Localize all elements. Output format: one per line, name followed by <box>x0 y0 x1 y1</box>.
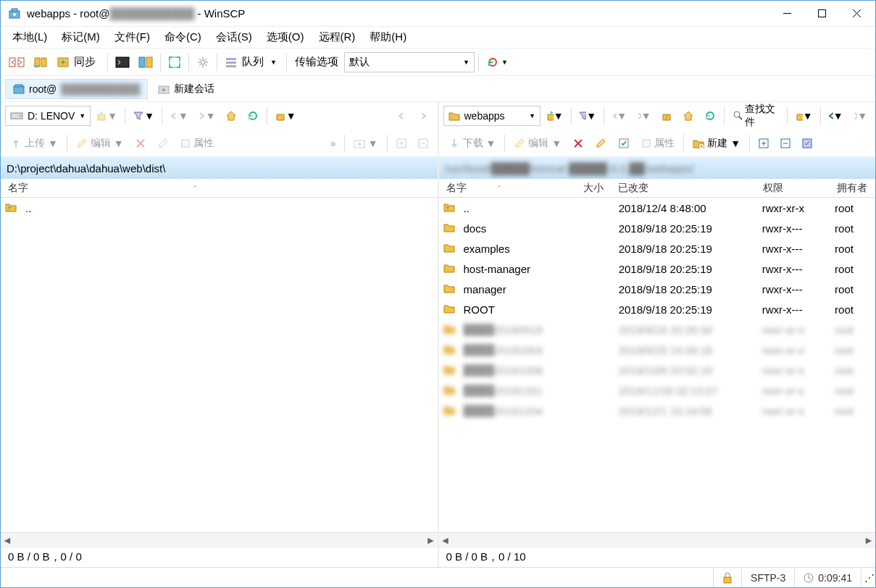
minimize-button[interactable] <box>769 1 804 26</box>
reconnect-icon[interactable]: ▼ <box>483 52 514 72</box>
menu-remote[interactable]: 远程(R) <box>312 28 363 47</box>
local-parent-icon[interactable]: ▼ <box>92 106 121 126</box>
terminal-icon[interactable] <box>112 52 133 72</box>
remote-nav-toolbar: webapps ▼ ▼ ▼ ▼ ▼ / 查找文件 ▼ ▼ ▼ <box>439 102 876 130</box>
queue-button[interactable]: 队列 ▼ <box>221 52 283 72</box>
file-row[interactable]: manager2018/9/18 20:25:19rwxr-x---root <box>439 279 876 299</box>
svg-rect-7 <box>9 58 15 67</box>
remote-file-list[interactable]: ..2018/12/4 8:48:00rwxr-xr-xrootdocs2018… <box>439 198 876 532</box>
local-bookmarks-icon[interactable]: ▼ <box>271 106 300 126</box>
remote-header-size[interactable]: 大小 <box>572 179 611 197</box>
sync-button[interactable]: 同步 <box>53 52 104 72</box>
local-file-list[interactable]: .. <box>1 198 438 532</box>
remote-header-owner[interactable]: 拥有者 <box>830 179 875 197</box>
transfer-preset-select[interactable]: 默认 ▼ <box>344 52 475 72</box>
remote-filter-icon[interactable]: ▼ <box>575 106 600 126</box>
local-delete-icon[interactable] <box>130 133 151 154</box>
file-row[interactable]: docs2018/9/18 20:25:19rwxr-x---root <box>439 218 876 238</box>
svg-rect-15 <box>226 62 236 64</box>
panes: D: LENOV ▼ ▼ ▼ ▼ ▼ ▼ 上传▼ <box>1 102 875 567</box>
remote-pane: webapps ▼ ▼ ▼ ▼ ▼ / 查找文件 ▼ ▼ ▼ <box>439 102 876 567</box>
local-edit-button[interactable]: 编辑▼ <box>71 133 129 154</box>
remote-expand-icon[interactable] <box>754 133 774 154</box>
remote-delete-icon[interactable] <box>568 133 588 154</box>
status-time: 0:09:41 <box>794 568 861 587</box>
menu-session[interactable]: 会话(S) <box>209 28 259 47</box>
local-home-icon[interactable] <box>221 106 241 126</box>
file-row[interactable]: ████201812042018/12/1 16:24:56rwxr-xr-xr… <box>439 400 876 421</box>
close-button[interactable] <box>839 1 874 26</box>
remote-header-rights[interactable]: 权限 <box>756 179 830 197</box>
file-row[interactable]: ████201812012018/11/28 02:13:07rwxr-xr-x… <box>439 380 876 400</box>
upload-button[interactable]: 上传▼ <box>5 133 63 154</box>
find-files-button[interactable]: 查找文件 <box>727 106 783 126</box>
local-file-area: 名字ˆ .. ◄► <box>1 179 438 547</box>
local-refresh-icon[interactable] <box>243 106 263 126</box>
remote-root-icon[interactable]: / <box>656 106 677 126</box>
svg-rect-8 <box>18 58 24 67</box>
local-back-icon[interactable]: ▼ <box>166 106 192 126</box>
remote-refresh-icon[interactable] <box>700 106 720 126</box>
svg-rect-11 <box>146 57 152 67</box>
transfer-options-label: 传输选项 <box>291 55 343 69</box>
remote-selectall-icon[interactable] <box>797 133 817 154</box>
local-expand-icon[interactable] <box>391 133 412 154</box>
remote-header-changed[interactable]: 已改变 <box>611 179 756 197</box>
settings-icon[interactable] <box>193 52 213 72</box>
remote-check-icon[interactable] <box>613 133 635 154</box>
file-row[interactable]: ████201810042018/9/25 19:39:18rwxr-xr-xr… <box>439 340 876 360</box>
local-filter-icon[interactable]: ▼ <box>129 106 158 126</box>
file-row[interactable]: ████201809182018/9/18 20:26:34rwxr-xr-xr… <box>439 319 876 340</box>
maximize-button[interactable] <box>804 1 839 26</box>
session-tab-active[interactable]: root@███████████ <box>5 79 148 99</box>
remote-nav-left-icon[interactable]: ▼ <box>824 106 846 126</box>
remote-hscrollbar[interactable]: ◄► <box>439 532 876 547</box>
svg-rect-34 <box>724 577 731 583</box>
remote-collapse-icon[interactable] <box>775 133 796 154</box>
file-row[interactable]: ..2018/12/4 8:48:00rwxr-xr-xroot <box>439 198 876 218</box>
menu-local[interactable]: 本地(L) <box>5 28 54 47</box>
local-hscrollbar[interactable]: ◄► <box>1 532 438 547</box>
menu-file[interactable]: 文件(F) <box>107 28 157 47</box>
compare-icon[interactable] <box>30 52 51 72</box>
local-rename-icon[interactable] <box>152 133 174 154</box>
file-row[interactable]: examples2018/9/18 20:25:19rwxr-x---root <box>439 238 876 259</box>
remote-bookmarks-icon[interactable]: ▼ <box>791 106 817 126</box>
local-newfolder-icon[interactable]: ▼ <box>349 133 383 154</box>
folder-icon <box>441 283 458 295</box>
svg-rect-12 <box>170 57 180 67</box>
remote-back-icon[interactable]: ▼ <box>608 106 630 126</box>
local-header-name[interactable]: 名字ˆ <box>1 179 438 197</box>
download-button[interactable]: 下载▼ <box>443 133 501 154</box>
remote-forward-icon[interactable]: ▼ <box>632 106 654 126</box>
remote-folder-select[interactable]: webapps ▼ <box>443 106 541 126</box>
remote-props-button[interactable]: 属性 <box>636 133 680 154</box>
file-row[interactable]: ████201810082018/10/8 20:52:19rwxr-xr-xr… <box>439 360 876 380</box>
sync-browse-icon[interactable] <box>5 52 28 72</box>
menu-mark[interactable]: 标记(M) <box>54 28 107 47</box>
file-row[interactable]: ROOT2018/9/18 20:25:19rwxr-x---root <box>439 299 876 319</box>
remote-path: /usr/local/█████/tomcat-█████-8.5.██/web… <box>439 157 876 179</box>
svg-point-2 <box>13 13 16 16</box>
remote-home-icon[interactable] <box>678 106 698 126</box>
commander-icon[interactable] <box>135 52 157 72</box>
remote-parent-icon[interactable]: ▼ <box>542 106 567 126</box>
local-collapse-icon[interactable] <box>413 133 433 154</box>
remote-edit-button[interactable]: 编辑▼ <box>509 133 567 154</box>
menu-options[interactable]: 选项(O) <box>259 28 312 47</box>
folder-icon <box>441 222 458 235</box>
file-row[interactable]: host-manager2018/9/18 20:25:19rwxr-x---r… <box>439 259 876 279</box>
menu-help[interactable]: 帮助(H) <box>362 28 414 47</box>
menu-command[interactable]: 命令(C) <box>157 28 209 47</box>
local-forward-icon[interactable]: ▼ <box>193 106 220 126</box>
remote-rename-icon[interactable] <box>590 133 612 154</box>
file-row[interactable]: .. <box>1 198 438 218</box>
svg-rect-18 <box>15 85 22 87</box>
new-session-tab[interactable]: 新建会话 <box>151 79 222 99</box>
remote-new-button[interactable]: 新建▼ <box>688 133 746 154</box>
local-drive-select[interactable]: D: LENOV ▼ <box>5 106 91 126</box>
fullscreen-icon[interactable] <box>164 52 185 72</box>
remote-header-name[interactable]: 名字ˆ <box>439 179 572 197</box>
svg-rect-10 <box>139 57 145 67</box>
local-props-button[interactable]: 属性 <box>175 133 219 154</box>
